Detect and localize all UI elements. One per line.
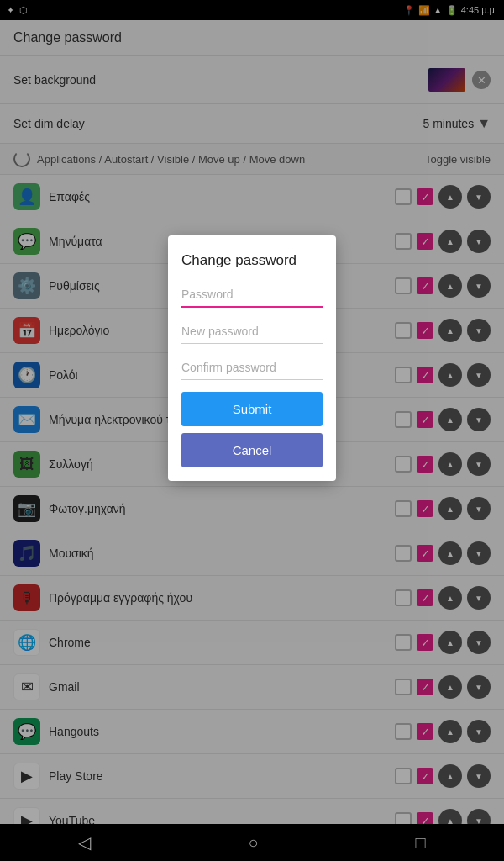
- submit-button[interactable]: Submit: [181, 392, 323, 426]
- new-password-input[interactable]: [181, 320, 323, 344]
- confirm-password-input[interactable]: [181, 356, 323, 380]
- modal-overlay: Change password Submit Cancel: [0, 0, 504, 861]
- change-password-modal: Change password Submit Cancel: [168, 235, 336, 481]
- password-input[interactable]: [181, 283, 323, 308]
- modal-title: Change password: [181, 252, 323, 269]
- cancel-button[interactable]: Cancel: [181, 433, 323, 467]
